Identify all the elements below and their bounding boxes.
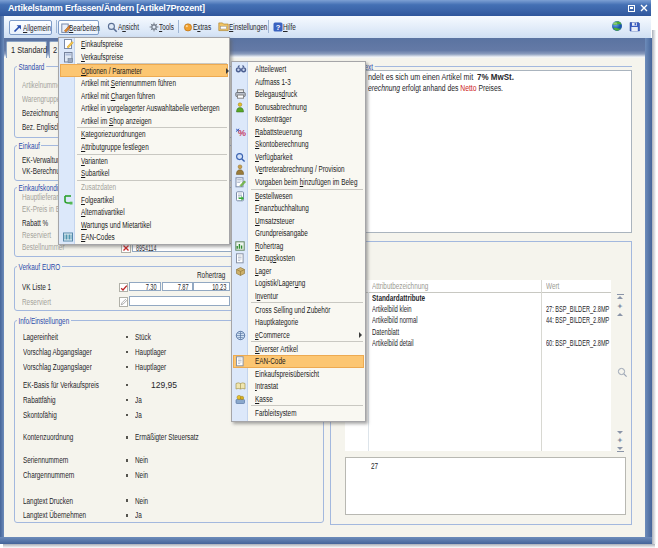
svg-text:?: ? — [275, 22, 280, 31]
